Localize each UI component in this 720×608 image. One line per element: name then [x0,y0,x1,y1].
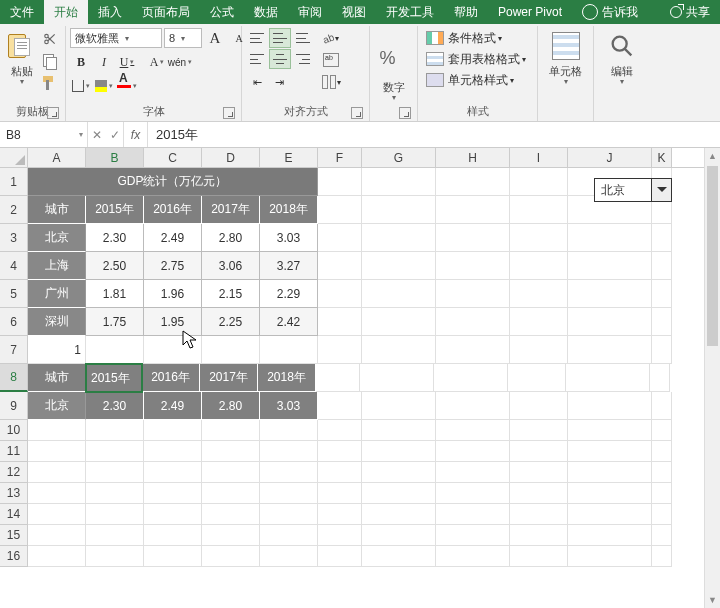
vertical-scrollbar[interactable]: ▲ ▼ [704,148,720,608]
lookup-header[interactable]: 城市 [28,364,86,392]
cell[interactable] [362,462,436,483]
cell[interactable] [202,336,260,364]
name-box[interactable]: B8▾ [0,122,88,147]
cell[interactable] [28,525,86,546]
header-cell[interactable]: 2018年 [260,196,318,224]
tab-file[interactable]: 文件 [0,0,44,24]
cell[interactable] [436,336,510,364]
tab-help[interactable]: 帮助 [444,0,488,24]
cell[interactable] [652,280,672,308]
cell[interactable] [436,483,510,504]
fx-icon[interactable]: fx [124,122,148,147]
copy-button[interactable] [40,51,60,71]
lookup-header[interactable]: 2017年 [200,364,258,392]
cell[interactable] [362,483,436,504]
cell[interactable] [362,441,436,462]
cell[interactable] [362,392,436,420]
tab-formulas[interactable]: 公式 [200,0,244,24]
cell[interactable] [510,196,568,224]
cell[interactable] [652,308,672,336]
cell[interactable] [260,504,318,525]
merge-button[interactable]: ▾ [320,72,342,92]
cell[interactable] [508,364,566,392]
data-cell[interactable]: 1.81 [86,280,144,308]
title-cell[interactable]: GDP统计（万亿元） [28,168,318,196]
cell[interactable] [436,392,510,420]
accept-formula-icon[interactable]: ✓ [110,128,120,142]
tab-tellme[interactable]: 告诉我 [572,0,648,24]
row-header-1[interactable]: 1 [0,168,28,196]
cell[interactable] [362,525,436,546]
scroll-thumb[interactable] [707,166,718,346]
data-cell[interactable]: 2.50 [86,252,144,280]
tab-data[interactable]: 数据 [244,0,288,24]
lookup-data-cell[interactable]: 2.30 [86,392,144,420]
cell[interactable] [568,462,652,483]
cell[interactable] [568,546,652,567]
row-header-6[interactable]: 6 [0,308,28,336]
font-name-select[interactable]: 微软雅黑▾ [70,28,162,48]
align-launcher[interactable] [351,107,363,119]
cell[interactable] [86,441,144,462]
bold-button[interactable]: B [70,52,92,72]
cell[interactable] [436,252,510,280]
cell[interactable] [652,336,672,364]
cell[interactable] [86,546,144,567]
cell[interactable] [86,504,144,525]
font-large-a-button[interactable]: A▾ [146,52,168,72]
city-cell[interactable]: 深圳 [28,308,86,336]
header-cell[interactable]: 2015年 [86,196,144,224]
number-format-button[interactable]: % 数字 ▾ [374,44,413,102]
table-format-button[interactable]: 套用表格格式▾ [422,49,530,69]
cell[interactable] [652,462,672,483]
cell[interactable] [202,504,260,525]
cell[interactable] [144,483,202,504]
cell[interactable] [260,483,318,504]
cell[interactable] [568,483,652,504]
cell[interactable] [362,308,436,336]
cell[interactable] [568,525,652,546]
cell[interactable] [360,364,434,392]
cell[interactable] [568,308,652,336]
cell[interactable] [202,462,260,483]
cell[interactable] [436,420,510,441]
cell[interactable] [260,546,318,567]
cell[interactable] [144,441,202,462]
col-header-I[interactable]: I [510,148,568,167]
row-header-10[interactable]: 10 [0,420,28,441]
cell[interactable] [652,546,672,567]
data-cell[interactable]: 1.75 [86,308,144,336]
cell-style-button[interactable]: 单元格样式▾ [422,70,530,90]
increase-font-button[interactable]: A [204,28,226,48]
font-size-select[interactable]: 8▾ [164,28,202,48]
tab-home[interactable]: 开始 [44,0,88,24]
cell[interactable] [86,525,144,546]
header-cell[interactable]: 2017年 [202,196,260,224]
header-cell[interactable]: 城市 [28,196,86,224]
cell[interactable] [362,196,436,224]
fill-color-button[interactable]: ▾ [93,76,115,96]
lookup-data-cell[interactable]: 2.80 [202,392,260,420]
align-left-button[interactable] [246,49,268,69]
decrease-indent-button[interactable]: ⇤ [246,72,268,92]
cell[interactable] [260,525,318,546]
cell[interactable] [568,336,652,364]
cell[interactable] [318,420,362,441]
cell[interactable] [434,364,508,392]
data-cell[interactable]: 2.75 [144,252,202,280]
cells-button[interactable]: 单元格 ▾ [545,28,587,86]
cell[interactable] [652,504,672,525]
cell[interactable] [318,308,362,336]
col-header-B[interactable]: B [86,148,144,167]
cell[interactable] [86,336,144,364]
cell[interactable] [318,280,362,308]
cell[interactable] [144,504,202,525]
cell[interactable] [202,546,260,567]
data-cell[interactable]: 2.30 [86,224,144,252]
cell[interactable] [652,252,672,280]
cell[interactable] [202,441,260,462]
cell[interactable] [436,280,510,308]
row-header-11[interactable]: 11 [0,441,28,462]
cell[interactable] [318,168,362,196]
cell[interactable] [568,420,652,441]
